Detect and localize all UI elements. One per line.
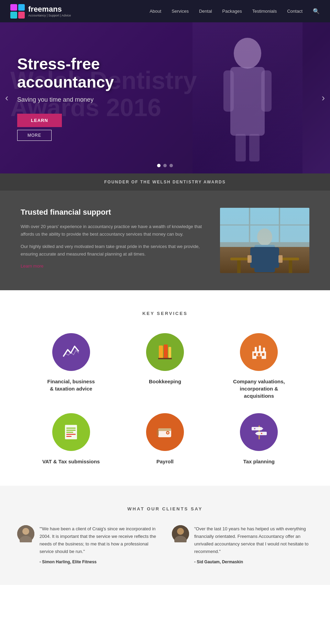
hero-content: Stress-free accountancy Saving you time …: [0, 55, 172, 141]
service-valuations-label: Company valuations,incorporation &acquis…: [233, 378, 285, 399]
svg-rect-33: [66, 430, 76, 431]
testimonial-1: "'We have been a client of Craig's since…: [17, 525, 158, 564]
svg-marker-46: [255, 432, 257, 435]
svg-point-47: [254, 428, 255, 429]
svg-rect-11: [237, 260, 241, 273]
testimonials-grid: "'We have been a client of Craig's since…: [17, 525, 313, 564]
service-valuations-icon[interactable]: [240, 333, 278, 371]
financial-svg: [62, 343, 80, 362]
logo-text-block: freemans Accountancy | Support | Advice: [28, 5, 71, 17]
testimonials-section: WHAT OUR CLIENTS SAY "'We have been a cl…: [0, 486, 330, 585]
svg-rect-30: [263, 348, 265, 352]
svg-rect-19: [159, 346, 163, 359]
testimonial-1-author: - Simon Harling, Elite Fitness: [40, 560, 158, 564]
person-svg: [213, 33, 282, 163]
testimonial-2: "Over the last 10 years he has helped us…: [172, 525, 313, 564]
svg-rect-28: [255, 347, 257, 352]
testimonial-2-content: "Over the last 10 years he has helped us…: [194, 525, 313, 564]
svg-rect-5: [249, 134, 260, 161]
nav-packages[interactable]: Packages: [222, 9, 242, 14]
service-bookkeeping: Bookkeeping: [121, 333, 208, 399]
service-payroll-label: Payroll: [156, 458, 174, 465]
testimonial-2-author: - Sid Gautam, Dermaskin: [194, 560, 313, 564]
service-bookkeeping-label: Bookkeeping: [149, 378, 181, 385]
service-vat: VAT & Tax submissions: [28, 413, 114, 465]
svg-rect-22: [158, 358, 172, 359]
testimonial-2-quote: "Over the last 10 years he has helped us…: [194, 525, 313, 555]
hero-dots: [157, 164, 173, 167]
dot-3[interactable]: [169, 164, 173, 167]
svg-rect-36: [66, 436, 72, 437]
service-company-valuations: Company valuations,incorporation &acquis…: [216, 333, 302, 399]
nav-services[interactable]: Services: [172, 9, 189, 14]
founder-band: FOUNDER OF THE WELSH DENTISTRY AWARDS: [0, 173, 330, 191]
svg-rect-32: [66, 428, 76, 429]
hero-heading: Stress-free accountancy: [17, 55, 155, 91]
navbar: freemans Accountancy | Support | Advice …: [0, 0, 330, 22]
service-financial-label: Financial, business& taxation advice: [47, 378, 95, 392]
svg-point-0: [234, 38, 261, 69]
logo-sq4: [18, 12, 25, 19]
services-section-title: KEY SERVICES: [10, 311, 320, 316]
svg-rect-34: [66, 432, 73, 433]
service-bookkeeping-icon[interactable]: [146, 333, 184, 371]
taxplanning-svg: [250, 423, 268, 442]
service-financial: Financial, business& taxation advice: [28, 333, 114, 399]
svg-rect-1: [230, 67, 265, 136]
hero-next-arrow[interactable]: ›: [322, 92, 325, 103]
svg-rect-24: [254, 353, 256, 356]
svg-rect-2: [223, 70, 234, 112]
hero-section: Welsh DentistryAwards 2016 Stress-free a…: [0, 22, 330, 173]
svg-rect-35: [66, 434, 76, 435]
service-payroll: Payroll: [121, 413, 208, 465]
svg-rect-3: [261, 70, 272, 112]
hero-prev-arrow[interactable]: ‹: [5, 92, 8, 103]
svg-point-40: [167, 432, 169, 433]
svg-rect-18: [278, 255, 283, 263]
svg-rect-41: [157, 430, 159, 436]
service-vat-label: VAT & Tax submissions: [42, 458, 100, 465]
svg-rect-43: [252, 427, 261, 430]
trust-content: Trusted financial support With over 20 y…: [21, 208, 203, 269]
service-tax-icon[interactable]: [240, 413, 278, 451]
avatar-2-svg: [172, 525, 189, 542]
trust-learn-more-link[interactable]: Learn more: [21, 263, 43, 269]
avatar-2: [172, 525, 189, 542]
trust-heading: Trusted financial support: [21, 208, 203, 217]
svg-rect-29: [259, 346, 261, 352]
search-icon[interactable]: 🔍: [313, 8, 320, 14]
svg-rect-26: [262, 353, 264, 356]
payroll-svg: [155, 423, 174, 442]
testimonial-1-content: "'We have been a client of Craig's since…: [40, 525, 158, 564]
trust-para2: Our highly skilled and very motivated te…: [21, 243, 203, 258]
service-tax-label: Tax planning: [243, 458, 275, 465]
dot-1[interactable]: [157, 164, 161, 167]
svg-rect-20: [164, 344, 168, 359]
nav-links: About Services Dental Packages Testimoni…: [150, 8, 320, 14]
window-background: [220, 208, 309, 247]
valuations-svg: [250, 343, 268, 362]
service-financial-icon[interactable]: [52, 333, 90, 371]
trust-para1: With over 20 years' experience in accoun…: [21, 223, 203, 238]
dot-2[interactable]: [163, 164, 167, 167]
nav-testimonials[interactable]: Testimonials: [252, 9, 277, 14]
svg-rect-16: [273, 247, 279, 268]
avatar-1: [17, 525, 34, 542]
nav-about[interactable]: About: [150, 9, 161, 14]
more-button[interactable]: MORE: [17, 130, 52, 141]
svg-marker-44: [261, 427, 263, 430]
logo-name: freemans: [28, 5, 62, 13]
service-payroll-icon[interactable]: [146, 413, 184, 451]
svg-rect-38: [158, 428, 171, 431]
nav-contact[interactable]: Contact: [287, 9, 302, 14]
learn-button[interactable]: LEARN: [17, 114, 62, 127]
services-grid: Financial, business& taxation advice Boo…: [28, 333, 302, 465]
nav-dental[interactable]: Dental: [199, 9, 212, 14]
logo-sq2: [18, 4, 25, 11]
service-vat-icon[interactable]: [52, 413, 90, 451]
svg-rect-4: [235, 134, 246, 161]
bookkeeping-svg: [155, 343, 174, 362]
avatar-1-svg: [17, 525, 34, 542]
logo-sq3: [10, 12, 17, 19]
vat-svg: [62, 423, 80, 442]
